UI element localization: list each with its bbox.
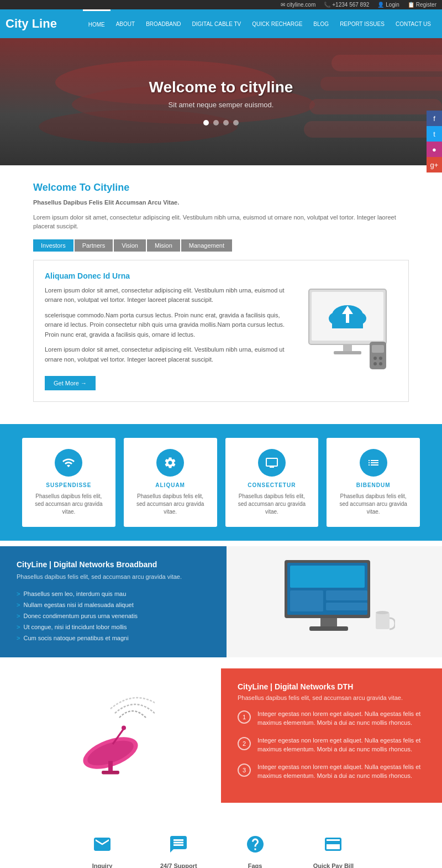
svg-rect-4	[320, 77, 442, 91]
svg-rect-38	[102, 771, 119, 774]
dth-item-1: 1 Integer egestas non lorem eget aliquet…	[238, 709, 425, 728]
satellite-dish-image	[66, 691, 155, 780]
broadband-desc: Phasellus dapibus felis elit, sed accums…	[17, 573, 210, 580]
dth-left	[0, 668, 221, 803]
register-link[interactable]: 📋 Register	[408, 2, 436, 8]
svg-rect-37	[108, 761, 113, 772]
service-card-aliquam: ALIQUAM Phasellus dapibus felis elit, se…	[124, 438, 217, 527]
support-item[interactable]: 24/7 Support	[160, 830, 197, 868]
hero-title: Welcome to cityline	[149, 79, 293, 96]
service-icon-gear	[156, 449, 184, 477]
svg-point-32	[376, 611, 389, 614]
twitter-button[interactable]: t	[427, 126, 442, 142]
quick-pay-item[interactable]: Quick Pay Bill	[313, 830, 354, 868]
hero-dots	[149, 120, 293, 126]
welcome-body: Lorem ipsum dolor sit amet, consectetur …	[33, 213, 409, 231]
main-nav: HOME ABOUT BROADBAND DIGITAL CABLE TV QU…	[83, 9, 436, 38]
svg-rect-30	[309, 626, 348, 631]
broadband-item-1: Phasellus sem leo, interdum quis mau	[17, 588, 210, 599]
nav-blog[interactable]: BLOG	[308, 9, 334, 38]
service-card-bibendum: BIBENDUM Phasellus dapibus felis elit, s…	[327, 438, 420, 527]
hero-dot-4[interactable]	[233, 120, 239, 126]
svg-point-36	[122, 726, 126, 730]
faqs-label: Faqs	[241, 862, 269, 868]
hero-dot-2[interactable]	[213, 120, 219, 126]
broadband-item-5: Cum socis natoque penatibus et magni	[17, 632, 210, 644]
svg-rect-14	[346, 313, 349, 323]
social-sidebar: f t ● g+	[427, 111, 442, 172]
faqs-icon	[241, 830, 269, 858]
tab-p2: scelerisque commodo.Nam porta cursus lec…	[45, 311, 287, 340]
service-desc-suspendisse: Phasellus dapibus felis elit, sed accums…	[30, 493, 107, 516]
broadband-right	[227, 546, 442, 657]
hero-dot-3[interactable]	[223, 120, 229, 126]
tab-vision[interactable]: Vision	[114, 239, 146, 252]
service-desc-bibendum: Phasellus dapibus felis elit, sed accums…	[335, 493, 412, 516]
inquiry-label: Inquiry	[88, 862, 116, 868]
inquiry-icon	[88, 830, 116, 858]
inquiry-item[interactable]: Inquiry	[88, 830, 116, 868]
tab-content: Aliquam Donec Id Urna Lorem ipsum dolor …	[33, 260, 409, 402]
facebook-button[interactable]: f	[427, 111, 442, 126]
tab-partners[interactable]: Partners	[75, 239, 113, 252]
hero-subtitle: Sit amet neque semper euismod.	[149, 101, 293, 109]
tab-image	[298, 271, 397, 390]
tab-management[interactable]: Management	[181, 239, 232, 252]
svg-rect-5	[309, 99, 442, 114]
service-title-suspendisse: SUSPENDISSE	[30, 482, 107, 488]
nav-digital-cable[interactable]: DIGITAL CABLE TV	[186, 9, 246, 38]
dth-num-1: 1	[238, 710, 251, 724]
tab-mision[interactable]: Mision	[147, 239, 180, 252]
get-more-button[interactable]: Get More →	[45, 376, 96, 390]
tab-investors[interactable]: Investors	[33, 239, 73, 252]
services-grid: SUSPENDISSE Phasellus dapibus felis elit…	[22, 438, 420, 527]
svg-rect-15	[343, 344, 352, 351]
broadband-monitor-image	[273, 557, 395, 646]
service-desc-consectetur: Phasellus dapibus felis elit, sed accums…	[234, 493, 311, 516]
hero-dot-1[interactable]	[203, 120, 209, 126]
support-label: 24/7 Support	[160, 862, 197, 868]
tab-text: Aliquam Donec Id Urna Lorem ipsum dolor …	[45, 271, 287, 390]
welcome-section: Welcome To Cityline Phasellus Dapibus Fe…	[0, 165, 442, 419]
dth-num-2: 2	[238, 737, 251, 750]
hero-content: Welcome to cityline Sit amet neque sempe…	[149, 79, 293, 126]
welcome-heading: Welcome To Cityline	[33, 182, 409, 194]
quick-pay-label: Quick Pay Bill	[313, 862, 354, 868]
broadband-list: Phasellus sem leo, interdum quis mau Nul…	[17, 588, 210, 644]
svg-rect-31	[376, 613, 390, 629]
logo: City Line	[6, 17, 57, 31]
nav-contact[interactable]: CONTACT US	[390, 9, 436, 38]
icon-row: Inquiry 24/7 Support Faqs Quick Pay Bill	[0, 814, 442, 868]
login-link[interactable]: 👤 Login	[377, 2, 399, 8]
service-icon-wifi	[55, 449, 82, 477]
nav-quick-recharge[interactable]: QUICK RECHARGE	[246, 9, 308, 38]
faqs-item[interactable]: Faqs	[241, 830, 269, 868]
support-icon	[165, 830, 192, 858]
tab-heading: Aliquam Donec Id Urna	[45, 271, 287, 280]
service-icon-monitor	[258, 449, 286, 477]
tab-p3: Lorem ipsum dolor sit amet, consectetur …	[45, 345, 287, 364]
svg-point-19	[373, 357, 377, 360]
svg-rect-27	[326, 590, 367, 600]
quick-pay-icon	[319, 830, 347, 858]
svg-point-22	[379, 362, 382, 365]
broadband-item-4: Ut congue, nisi id tincidunt lobor molli…	[17, 621, 210, 632]
tab-p1: Lorem ipsum dolor sit amet, consectetur …	[45, 286, 287, 305]
svg-rect-28	[326, 603, 367, 610]
nav-report-issues[interactable]: REPORT ISSUES	[334, 9, 390, 38]
svg-rect-3	[332, 55, 442, 71]
nav-broadband[interactable]: BROADBAND	[140, 9, 186, 38]
dth-right: CityLine | Digital Networks DTH Phasellu…	[221, 668, 442, 803]
nav-about[interactable]: ABOUT	[110, 9, 140, 38]
instagram-button[interactable]: ●	[427, 142, 442, 157]
broadband-left: CityLine | Digital Networks Broadband Ph…	[0, 546, 227, 657]
service-title-consectetur: CONSECTETUR	[234, 482, 311, 488]
svg-point-21	[373, 362, 377, 365]
service-title-aliquam: ALIQUAM	[132, 482, 209, 488]
dth-desc: Phasellus dapibus felis elit, sed accums…	[238, 694, 425, 701]
service-card-suspendisse: SUSPENDISSE Phasellus dapibus felis elit…	[22, 438, 115, 527]
googleplus-button[interactable]: g+	[427, 157, 442, 172]
topbar: ✉ cityline.com 📞 +1234 567 892 👤 Login 📋…	[0, 0, 442, 9]
nav-home[interactable]: HOME	[83, 9, 110, 38]
dth-section: CityLine | Digital Networks DTH Phasellu…	[0, 668, 442, 803]
